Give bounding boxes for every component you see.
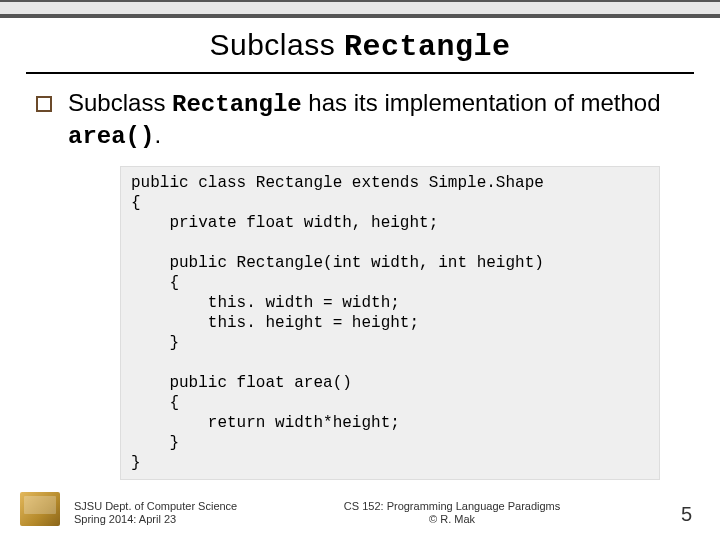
bullet-row: Subclass Rectangle has its implementatio… [36, 88, 684, 152]
bullet-mid: has its implementation of method [302, 89, 661, 116]
bullet-marker [36, 96, 52, 112]
footer-left-line2: Spring 2014: April 23 [74, 513, 237, 526]
bullet-classname: Rectangle [172, 91, 302, 118]
body: Subclass Rectangle has its implementatio… [0, 74, 720, 480]
bullet-suffix: . [154, 121, 161, 148]
top-accent-bar [0, 0, 720, 18]
bullet-text: Subclass Rectangle has its implementatio… [68, 88, 684, 152]
footer-center-line2: © R. Mak [237, 513, 667, 526]
title-area: Subclass Rectangle [0, 18, 720, 70]
title-classname: Rectangle [344, 30, 511, 64]
footer-center-line1: CS 152: Programming Language Paradigms [237, 500, 667, 513]
page-number: 5 [681, 503, 692, 526]
title-prefix: Subclass [209, 28, 344, 61]
footer-left: SJSU Dept. of Computer Science Spring 20… [74, 500, 237, 526]
footer-center: CS 152: Programming Language Paradigms ©… [237, 500, 667, 526]
code-block: public class Rectangle extends Simple.Sh… [120, 166, 660, 480]
bullet-prefix: Subclass [68, 89, 172, 116]
footer-left-line1: SJSU Dept. of Computer Science [74, 500, 237, 513]
slide-title: Subclass Rectangle [0, 28, 720, 64]
bullet-method: area() [68, 123, 154, 150]
sjsu-logo [20, 492, 60, 526]
slide: Subclass Rectangle Subclass Rectangle ha… [0, 0, 720, 540]
footer: SJSU Dept. of Computer Science Spring 20… [0, 492, 720, 526]
